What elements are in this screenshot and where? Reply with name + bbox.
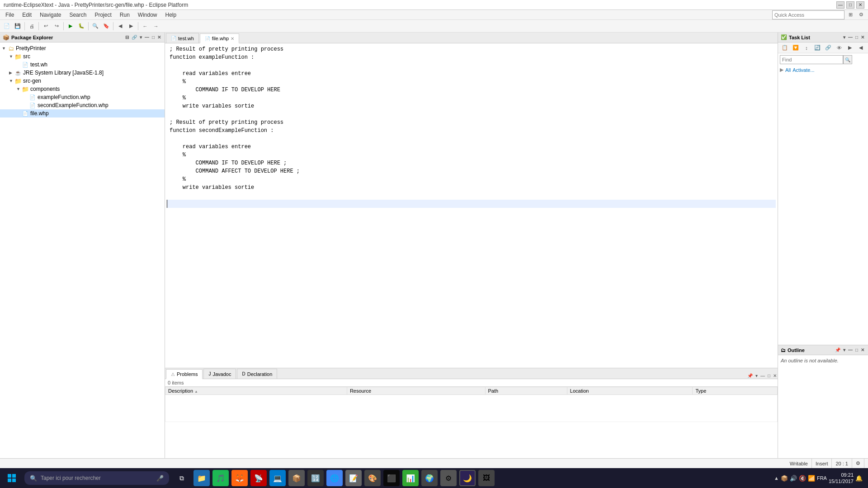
col-resource[interactable]: Resource bbox=[347, 387, 485, 395]
tasklist-filter-button[interactable]: 🔽 bbox=[791, 43, 801, 53]
outline-maximize-button[interactable]: □ bbox=[854, 347, 859, 353]
tree-item-src[interactable]: ▼ 📁 src bbox=[0, 52, 165, 61]
col-path[interactable]: Path bbox=[485, 387, 567, 395]
next-annotation-button[interactable]: ▶ bbox=[126, 21, 136, 31]
menu-file[interactable]: File bbox=[2, 11, 18, 19]
tasklist-activate-link[interactable]: Activate... bbox=[793, 67, 814, 73]
close-button[interactable]: ✕ bbox=[856, 1, 864, 9]
tray-language[interactable]: FRA bbox=[817, 475, 827, 481]
microphone-icon[interactable]: 🎤 bbox=[156, 475, 164, 482]
menu-search[interactable]: Search bbox=[66, 11, 90, 19]
tree-item-test-wh[interactable]: ▶ 📄 test.wh bbox=[0, 61, 165, 69]
tasklist-new-button[interactable]: 📋 bbox=[780, 43, 790, 53]
outline-minimize-button[interactable]: — bbox=[847, 347, 854, 353]
tasklist-link-button[interactable]: 🔗 bbox=[823, 43, 833, 53]
tasklist-menu-button[interactable]: ▾ bbox=[842, 34, 846, 40]
taskbar-app-notes[interactable]: 📝 bbox=[345, 470, 362, 486]
tray-mute[interactable]: 🔇 bbox=[799, 475, 806, 482]
navigate-button[interactable]: 🔖 bbox=[101, 21, 111, 31]
menu-project[interactable]: Project bbox=[91, 11, 115, 19]
tasklist-refresh-button[interactable]: 🔄 bbox=[812, 43, 822, 53]
link-editor-button[interactable]: 🔗 bbox=[131, 34, 138, 40]
collapse-all-button[interactable]: ⊟ bbox=[124, 34, 130, 40]
tree-item-src-gen[interactable]: ▼ 📁 src-gen bbox=[0, 77, 165, 85]
tree-item-examplefunction[interactable]: ▶ 📄 exampleFunction.whp bbox=[0, 93, 165, 101]
taskbar-app-imgviewer[interactable]: 🖼 bbox=[478, 470, 495, 486]
tasklist-forward-button[interactable]: ▶ bbox=[845, 43, 855, 53]
undo-button[interactable]: ↩ bbox=[41, 21, 51, 31]
problems-minimize-button[interactable]: — bbox=[760, 373, 766, 379]
tray-dropbox[interactable]: 📦 bbox=[781, 475, 788, 482]
search-bar[interactable]: 🔍 Taper ici pour rechercher 🎤 bbox=[24, 471, 169, 485]
bottom-tab-problems[interactable]: ⚠ Problems bbox=[166, 369, 203, 379]
editor-content[interactable]: ; Result of pretty printing process func… bbox=[165, 43, 778, 368]
taskbar-app-browser2[interactable]: 🌍 bbox=[421, 470, 438, 486]
editor-tab-file-whp[interactable]: 📄 file.whp ✕ bbox=[200, 33, 239, 43]
prev-annotation-button[interactable]: ◀ bbox=[115, 21, 125, 31]
pkg-view-menu-button[interactable]: ▾ bbox=[139, 34, 143, 40]
outline-pin-button[interactable]: 📌 bbox=[834, 347, 841, 353]
maximize-button[interactable]: □ bbox=[846, 1, 854, 9]
taskbar-app-eclipse[interactable]: 🌙 bbox=[459, 470, 476, 486]
problems-close-button[interactable]: ✕ bbox=[772, 373, 778, 379]
taskbar-app-settings[interactable]: ⚙ bbox=[440, 470, 457, 486]
debug-button[interactable]: 🐛 bbox=[76, 21, 86, 31]
taskbar-app-unknown1[interactable]: 📦 bbox=[288, 470, 305, 486]
tasklist-sort-button[interactable]: ↕ bbox=[802, 43, 811, 53]
tasklist-find-button[interactable]: 🔍 bbox=[843, 55, 852, 64]
system-clock[interactable]: 09:21 15/11/2017 bbox=[829, 472, 854, 485]
forward-button[interactable]: → bbox=[151, 21, 161, 31]
redo-button[interactable]: ↪ bbox=[52, 21, 61, 31]
bottom-tab-declaration[interactable]: D Declaration bbox=[237, 369, 277, 379]
new-button[interactable]: 📄 bbox=[2, 21, 12, 31]
tasklist-all-link[interactable]: All bbox=[785, 67, 791, 73]
taskbar-app-explorer[interactable]: 📁 bbox=[193, 470, 210, 486]
taskbar-app-paint[interactable]: 🎨 bbox=[364, 470, 381, 486]
customize-perspective-button[interactable]: ⚙ bbox=[856, 10, 866, 20]
taskbar-app-filezilla[interactable]: 📡 bbox=[250, 470, 267, 486]
problems-pin-button[interactable]: 📌 bbox=[746, 373, 754, 379]
taskbar-app-chrome[interactable]: 🌐 bbox=[326, 470, 343, 486]
save-button[interactable]: 💾 bbox=[13, 21, 23, 31]
open-perspective-button[interactable]: ⊞ bbox=[845, 10, 855, 20]
taskbar-app-firefox[interactable]: 🦊 bbox=[231, 470, 248, 486]
problems-maximize-button[interactable]: □ bbox=[767, 373, 771, 379]
search-button[interactable]: 🔍 bbox=[90, 21, 100, 31]
taskbar-app-unknown2[interactable]: 📊 bbox=[402, 470, 419, 486]
taskbar-app-calc[interactable]: 🔢 bbox=[307, 470, 324, 486]
tasklist-find-input[interactable] bbox=[780, 55, 843, 64]
tray-arrow[interactable]: ▲ bbox=[774, 475, 779, 481]
pkg-close-button[interactable]: ✕ bbox=[156, 34, 162, 40]
menu-help[interactable]: Help bbox=[162, 11, 180, 19]
pkg-minimize-button[interactable]: — bbox=[144, 34, 150, 40]
problems-menu-button[interactable]: ▾ bbox=[755, 373, 759, 379]
print-button[interactable]: 🖨 bbox=[27, 21, 37, 31]
start-button[interactable] bbox=[2, 469, 22, 487]
tray-volume[interactable]: 🔊 bbox=[790, 475, 797, 482]
tree-item-secondexamplefunction[interactable]: ▶ 📄 secondExampleFunction.whp bbox=[0, 101, 165, 109]
tree-item-components[interactable]: ▼ 📁 components bbox=[0, 85, 165, 93]
tray-network[interactable]: 📶 bbox=[808, 475, 815, 482]
tasklist-minimize-button[interactable]: — bbox=[847, 34, 854, 40]
tray-notification[interactable]: 🔔 bbox=[855, 475, 863, 482]
minimize-button[interactable]: — bbox=[836, 1, 844, 9]
col-description[interactable]: Description ▲ bbox=[165, 387, 347, 395]
tasklist-close-button[interactable]: ✕ bbox=[860, 34, 865, 40]
task-view-button[interactable]: ⧉ bbox=[172, 469, 192, 487]
editor-tab-test-wh[interactable]: 📄 test.wh bbox=[166, 33, 199, 43]
menu-run[interactable]: Run bbox=[116, 11, 133, 19]
tasklist-back-button[interactable]: ◀ bbox=[856, 43, 866, 53]
col-location[interactable]: Location bbox=[567, 387, 693, 395]
col-type[interactable]: Type bbox=[693, 387, 778, 395]
pkg-maximize-button[interactable]: □ bbox=[151, 34, 156, 40]
menu-edit[interactable]: Edit bbox=[19, 11, 35, 19]
tab-close-file-whp[interactable]: ✕ bbox=[231, 36, 234, 41]
menu-navigate[interactable]: Navigate bbox=[36, 11, 65, 19]
back-button[interactable]: ← bbox=[140, 21, 150, 31]
taskbar-app-spotify[interactable]: 🎵 bbox=[212, 470, 229, 486]
taskbar-app-terminal[interactable]: ⬛ bbox=[383, 470, 400, 486]
tree-item-file-whp[interactable]: ▶ 📄 file.whp bbox=[0, 109, 165, 117]
run-button[interactable]: ▶ bbox=[66, 21, 75, 31]
outline-close-button[interactable]: ✕ bbox=[860, 347, 865, 353]
tree-item-prettyprinter[interactable]: ▼ 🗂 PrettyPrinter bbox=[0, 44, 165, 52]
